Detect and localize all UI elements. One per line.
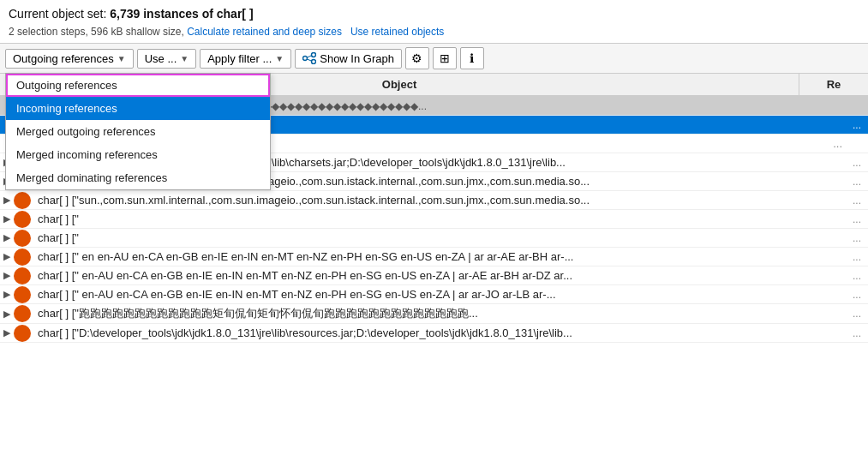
object-icon bbox=[14, 248, 31, 266]
table-row[interactable]: ▶ char[ ] ["sun.,com.sun.xml.internal.,c… bbox=[0, 191, 868, 210]
info-icon: ℹ bbox=[470, 51, 474, 65]
object-icon bbox=[14, 192, 31, 209]
col-re-header: Re bbox=[799, 74, 868, 95]
object-set-header: Current object set: 6,739 instances of c… bbox=[0, 0, 868, 24]
expand-icon: ▶ bbox=[0, 270, 14, 281]
use-button[interactable]: Use ... ▼ bbox=[137, 49, 196, 69]
dropdown-item-outgoing-label: Outgoing references bbox=[16, 79, 117, 92]
selection-text: 2 selection steps, 596 kB shallow size, bbox=[9, 26, 184, 38]
row-dots: ... bbox=[817, 327, 868, 339]
svg-line-4 bbox=[307, 59, 312, 61]
object-icon bbox=[14, 230, 31, 247]
object-icon bbox=[14, 325, 31, 342]
row-text: char[ ] ["sun.,com.sun.xml.internal.,com… bbox=[34, 192, 817, 208]
selection-info: 2 selection steps, 596 kB shallow size, … bbox=[0, 24, 868, 43]
dropdown-item-merged-outgoing[interactable]: Merged outgoing references bbox=[6, 120, 270, 143]
dropdown-item-merged-dominating[interactable]: Merged dominating references bbox=[6, 166, 270, 189]
table-row[interactable]: ▶ char[ ] [" en en-AU en-CA en-GB en-IE … bbox=[0, 248, 868, 266]
row-dots: ... bbox=[817, 213, 868, 225]
apply-filter-button[interactable]: Apply filter ... ▼ bbox=[200, 49, 291, 69]
settings-button[interactable]: ⚙ bbox=[405, 47, 429, 69]
show-in-graph-button[interactable]: Show In Graph bbox=[295, 49, 402, 69]
dropdown-item-merged-incoming-label: Merged incoming references bbox=[16, 148, 158, 161]
export-button[interactable]: ⊞ bbox=[433, 47, 457, 69]
chevron-down-icon-filter: ▼ bbox=[275, 54, 284, 63]
svg-point-1 bbox=[312, 53, 316, 57]
expand-icon: ▶ bbox=[0, 289, 14, 300]
expand-icon: ▶ bbox=[0, 232, 14, 243]
table-row[interactable]: ▶ char[ ] [" ... bbox=[0, 229, 868, 248]
row-text: char[ ] [" en-AU en-CA en-GB en-IE en-IN… bbox=[34, 286, 817, 302]
expand-icon: ▶ bbox=[0, 327, 14, 338]
row-dots: ... bbox=[817, 119, 868, 131]
expand-icon: ▶ bbox=[0, 308, 14, 320]
row-text: char[ ] [" bbox=[34, 211, 817, 227]
object-icon bbox=[14, 286, 31, 303]
svg-point-0 bbox=[303, 57, 308, 61]
current-object-label: Current object set: bbox=[9, 7, 106, 21]
expand-icon: ▶ bbox=[0, 195, 14, 206]
use-label: Use ... bbox=[145, 52, 177, 65]
table-row[interactable]: ▶ char[ ] [" ... bbox=[0, 210, 868, 229]
expand-icon: ▶ bbox=[0, 213, 14, 225]
dropdown-item-merged-dominating-label: Merged dominating references bbox=[16, 171, 167, 184]
graph-icon bbox=[302, 52, 316, 64]
expand-icon: ▶ bbox=[0, 251, 14, 262]
row-dots: ... bbox=[817, 195, 868, 207]
table-row[interactable]: ▶ char[ ] ["跑跑跑跑跑跑跑跑跑跑跑跑矩旬侃旬矩旬怀旬侃旬跑跑跑跑跑跑… bbox=[0, 304, 868, 324]
row-dots: ... bbox=[817, 157, 868, 169]
row-dots: ... bbox=[833, 137, 842, 150]
row-text: char[ ] [" bbox=[34, 230, 817, 246]
svg-point-2 bbox=[312, 60, 316, 64]
settings-icon: ⚙ bbox=[411, 51, 422, 65]
row-dots: ... bbox=[817, 176, 868, 188]
row-dots: ... bbox=[817, 251, 868, 263]
row-dots: ... bbox=[817, 308, 868, 320]
show-in-graph-label: Show In Graph bbox=[320, 52, 394, 65]
row-dots: ... bbox=[817, 270, 868, 282]
chevron-down-icon-use: ▼ bbox=[180, 54, 189, 63]
row-text: char[ ] [" en-AU en-CA en-GB en-IE en-IN… bbox=[34, 267, 817, 284]
table-row[interactable]: ▶ char[ ] ["D:\developer_tools\jdk\jdk1.… bbox=[0, 324, 868, 343]
instance-info: 6,739 instances of char[ ] bbox=[110, 7, 253, 21]
dropdown-item-merged-outgoing-label: Merged outgoing references bbox=[16, 125, 156, 138]
dropdown-menu: Outgoing references Incoming references … bbox=[5, 73, 271, 190]
object-icon bbox=[14, 211, 31, 228]
row-text: char[ ] [" en en-AU en-CA en-GB en-IE en… bbox=[34, 248, 817, 265]
use-retained-link[interactable]: Use retained objects bbox=[350, 26, 444, 38]
table-row[interactable]: ▶ char[ ] [" en-AU en-CA en-GB en-IE en-… bbox=[0, 266, 868, 285]
table-row[interactable]: ▶ char[ ] [" en-AU en-CA en-GB en-IE en-… bbox=[0, 285, 868, 304]
row-dots: ... bbox=[817, 232, 868, 244]
dropdown-item-incoming-label: Incoming references bbox=[16, 102, 117, 115]
svg-line-3 bbox=[307, 56, 312, 57]
dropdown-item-outgoing[interactable]: Outgoing references bbox=[6, 74, 270, 97]
toolbar: Outgoing references ▼ Use ... ▼ Apply fi… bbox=[0, 43, 868, 74]
dropdown-label: Outgoing references bbox=[13, 52, 114, 65]
row-text: char[ ] ["D:\developer_tools\jdk\jdk1.8.… bbox=[34, 325, 817, 341]
object-icon bbox=[14, 267, 31, 284]
row-dots: ... bbox=[817, 289, 868, 301]
chevron-down-icon: ▼ bbox=[117, 54, 126, 63]
calculate-link[interactable]: Calculate retained and deep sizes bbox=[187, 26, 342, 38]
dropdown-item-merged-incoming[interactable]: Merged incoming references bbox=[6, 143, 270, 166]
row-text: char[ ] ["跑跑跑跑跑跑跑跑跑跑跑跑矩旬侃旬矩旬怀旬侃旬跑跑跑跑跑跑跑跑… bbox=[34, 304, 817, 323]
export-icon: ⊞ bbox=[440, 51, 450, 65]
info-button[interactable]: ℹ bbox=[460, 47, 484, 69]
object-icon bbox=[14, 305, 31, 322]
references-dropdown[interactable]: Outgoing references ▼ bbox=[5, 49, 134, 69]
apply-filter-label: Apply filter ... bbox=[207, 52, 272, 65]
dropdown-item-incoming[interactable]: Incoming references bbox=[6, 97, 270, 120]
